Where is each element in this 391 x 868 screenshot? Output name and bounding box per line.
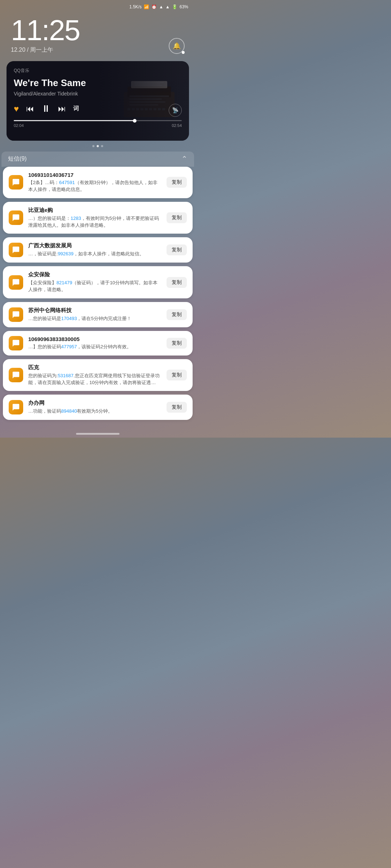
sms-sender-2: 比亚迪e购 xyxy=(28,207,161,214)
copy-button-6[interactable]: 复制 xyxy=(167,338,187,349)
sms-sender-4: 众安保险 xyxy=(28,271,161,278)
sms-content-4: 众安保险 【众安保险】821479（验证码），请于10分钟内填写。如非本人操作，… xyxy=(28,271,161,293)
sms-content-6: 10690963833830005 …】您的验证码477957，该验证码2分钟内… xyxy=(28,336,161,350)
sms-icon-3 xyxy=(9,243,23,257)
pause-button[interactable]: ⏸ xyxy=(41,103,51,114)
sms-content-3: 广西大数据发展局 …，验证码是:992639，如非本人操作，请忽略此短信。 xyxy=(28,242,161,258)
clock-date: 12.20 / 周一上午 xyxy=(11,46,80,54)
sms-icon-6 xyxy=(9,336,23,350)
home-indicator xyxy=(76,433,119,435)
sms-item[interactable]: 众安保险 【众安保险】821479（验证码），请于10分钟内填写。如非本人操作，… xyxy=(3,266,193,298)
sms-sender-6: 10690963833830005 xyxy=(28,336,161,342)
music-title: We're The Same xyxy=(14,77,182,89)
sms-preview-8: …功能，验证码894840有效期为5分钟。 xyxy=(28,408,161,415)
progress-thumb xyxy=(133,119,136,123)
sms-code-6: 477957 xyxy=(61,344,77,349)
sms-code-4: 821479 xyxy=(56,280,72,285)
copy-button-2[interactable]: 复制 xyxy=(167,212,187,223)
clock-left: 11:25 12.20 / 周一上午 xyxy=(11,16,80,54)
bell-settings-icon: 🔔 xyxy=(173,42,181,50)
next-button[interactable]: ⏭ xyxy=(58,104,66,114)
sms-sender-5: 苏州中仑网络科技 xyxy=(28,307,161,314)
sms-preview-3: …，验证码是:992639，如非本人操作，请忽略此短信。 xyxy=(28,251,161,258)
battery-icon: 🔋 xyxy=(172,4,177,9)
sms-code-1: 647591 xyxy=(59,180,75,185)
current-time: 02:04 xyxy=(14,123,24,128)
sms-item[interactable]: 匹克 您的验证码为:531687.您正在匹克官网使用线下短信验证登录功能，请在页… xyxy=(3,359,193,391)
sms-item[interactable]: 广西大数据发展局 …，验证码是:992639，如非本人操作，请忽略此短信。 复制 xyxy=(3,237,193,263)
copy-button-3[interactable]: 复制 xyxy=(167,244,187,255)
copy-button-4[interactable]: 复制 xyxy=(167,277,187,288)
dot-1 xyxy=(92,145,94,147)
sms-sender-7: 匹克 xyxy=(28,364,161,371)
sms-icon-1 xyxy=(9,175,23,190)
copy-button-7[interactable]: 复制 xyxy=(167,370,187,380)
sms-item[interactable]: 比亚迪e购 …）您的验证码是：1283，有效时间为5分钟，请不要把验证码泄露给其… xyxy=(3,202,193,234)
sms-preview-6: …】您的验证码477957，该验证码2分钟内有效。 xyxy=(28,344,161,350)
sms-item[interactable]: 办办网 …功能，验证码894840有效期为5分钟。 复制 xyxy=(3,395,193,420)
progress-times: 02:04 02:54 xyxy=(14,123,182,128)
cast-button[interactable]: 📡 xyxy=(169,104,182,117)
copy-button-8[interactable]: 复制 xyxy=(167,402,187,413)
sms-sender-1: 106931014036717 xyxy=(28,172,161,178)
like-button[interactable]: ♥ xyxy=(14,104,19,114)
wifi-icon: ▲ xyxy=(165,4,170,9)
sms-item[interactable]: 106931014036717 【2条】…码：647591（有效期3分钟），请勿… xyxy=(3,167,193,198)
total-time: 02:54 xyxy=(172,123,182,128)
sms-content-7: 匹克 您的验证码为:531687.您正在匹克官网使用线下短信验证登录功能，请在页… xyxy=(28,364,161,386)
sms-item[interactable]: 10690963833830005 …】您的验证码477957，该验证码2分钟内… xyxy=(3,331,193,356)
lyrics-button[interactable]: 词 xyxy=(73,105,79,112)
progress-fill xyxy=(14,120,135,121)
sms-icon-8 xyxy=(9,400,23,414)
music-app-name: QQ音乐 xyxy=(14,68,182,74)
speed-indicator: 1.5K/s xyxy=(129,4,142,9)
progress-area[interactable]: 02:04 02:54 xyxy=(14,120,182,128)
sms-icon-7 xyxy=(9,368,23,382)
sms-code-3: 992639 xyxy=(58,251,73,256)
signal-icon: ▲ xyxy=(159,4,163,9)
music-content: QQ音乐 We're The Same Vigiland/Alexander T… xyxy=(7,61,189,133)
sms-preview-2: …）您的验证码是：1283，有效时间为5分钟，请不要把验证码泄露给其他人。如非本… xyxy=(28,215,161,229)
status-bar-right: 1.5K/s 📶 ⏰ ▲ ▲ 🔋 63% xyxy=(129,4,188,9)
sms-code-7: 531687 xyxy=(58,373,73,378)
sms-content-5: 苏州中仑网络科技 …您的验证码是170493，请在5分钟内完成注册！ xyxy=(28,307,161,322)
battery-percent: 63% xyxy=(180,4,188,9)
clock-settings-button[interactable]: 🔔 xyxy=(169,38,185,54)
copy-button-5[interactable]: 复制 xyxy=(167,309,187,320)
sms-collapse-button[interactable]: ⌃ xyxy=(181,154,188,163)
clock-time: 11:25 xyxy=(11,16,80,45)
copy-button-1[interactable]: 复制 xyxy=(167,177,187,188)
sms-icon-2 xyxy=(9,210,23,225)
sms-code-5: 170493 xyxy=(61,316,77,321)
alarm-icon: ⏰ xyxy=(151,4,157,9)
sms-preview-7: 您的验证码为:531687.您正在匹克官网使用线下短信验证登录功能，请在页面输入… xyxy=(28,373,161,386)
sms-content-1: 106931014036717 【2条】…码：647591（有效期3分钟），请勿… xyxy=(28,172,161,193)
dot-3 xyxy=(101,145,103,147)
cast-icon: 📡 xyxy=(172,107,179,114)
sms-preview-4: 【众安保险】821479（验证码），请于10分钟内填写。如非本人操作，请忽略。 xyxy=(28,280,161,293)
sms-preview-5: …您的验证码是170493，请在5分钟内完成注册！ xyxy=(28,315,161,322)
sms-preview-1: 【2条】…码：647591（有效期3分钟），请勿告知他人，如非本人操作，请忽略此… xyxy=(28,179,161,193)
sms-sender-8: 办办网 xyxy=(28,400,161,407)
card-dots xyxy=(0,145,196,147)
sms-icon-5 xyxy=(9,307,23,322)
music-controls: ♥ ⏮ ⏸ ⏭ 词 xyxy=(14,103,182,114)
status-bar: 1.5K/s 📶 ⏰ ▲ ▲ 🔋 63% xyxy=(0,0,196,12)
sms-code-2: 1283 xyxy=(71,216,81,221)
progress-track[interactable] xyxy=(14,120,182,121)
clock-area: 11:25 12.20 / 周一上午 🔔 xyxy=(0,12,196,61)
music-player-card[interactable]: QQ音乐 We're The Same Vigiland/Alexander T… xyxy=(7,61,189,141)
sms-code-8: 894840 xyxy=(61,408,77,414)
music-artist: Vigiland/Alexander Tidebrink xyxy=(14,91,182,97)
sms-sender-3: 广西大数据发展局 xyxy=(28,242,161,249)
bluetooth-icon: 📶 xyxy=(144,4,149,9)
sms-icon-4 xyxy=(9,275,23,290)
sms-title: 短信(9) xyxy=(8,155,27,163)
dot-2 xyxy=(97,145,99,147)
sms-content-8: 办办网 …功能，验证码894840有效期为5分钟。 xyxy=(28,400,161,415)
sms-content-2: 比亚迪e购 …）您的验证码是：1283，有效时间为5分钟，请不要把验证码泄露给其… xyxy=(28,207,161,229)
sms-item[interactable]: 苏州中仑网络科技 …您的验证码是170493，请在5分钟内完成注册！ 复制 xyxy=(3,302,193,327)
sms-header: 短信(9) ⌃ xyxy=(1,152,194,167)
previous-button[interactable]: ⏮ xyxy=(26,104,34,114)
sms-list: 106931014036717 【2条】…码：647591（有效期3分钟），请勿… xyxy=(0,167,196,427)
